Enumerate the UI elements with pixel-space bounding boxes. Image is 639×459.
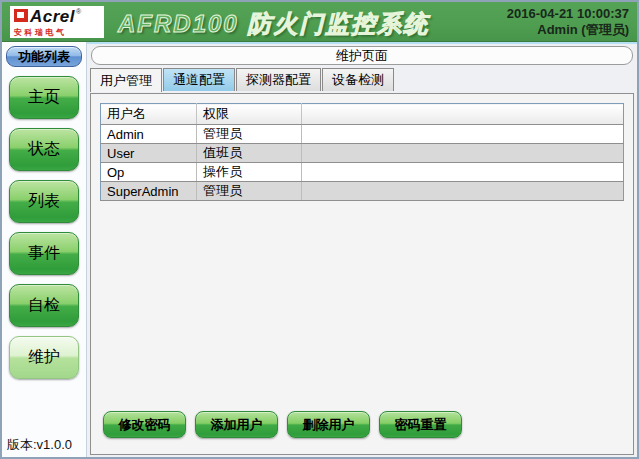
cell-empty	[302, 125, 624, 144]
cell-username: Admin	[101, 125, 197, 144]
sidebar-item-home[interactable]: 主页	[9, 76, 79, 119]
page-title: 维护页面	[91, 46, 633, 65]
logo-brand-text: Acrel	[30, 8, 75, 25]
sidebar: 功能列表 主页 状态 列表 事件 自检 维护 版本:v1.0.0	[2, 42, 87, 457]
tab-user-management[interactable]: 用户管理	[90, 68, 162, 92]
tab-detector-config[interactable]: 探测器配置	[236, 68, 321, 91]
table-row[interactable]: SuperAdmin 管理员	[101, 182, 624, 201]
acrel-logo: Acrel ® 安科瑞电气	[10, 6, 104, 38]
sidebar-item-events[interactable]: 事件	[9, 232, 79, 275]
main-area: 维护页面 用户管理 通道配置 探测器配置 设备检测 用户名 权限	[87, 42, 637, 457]
tab-bar: 用户管理 通道配置 探测器配置 设备检测	[90, 68, 637, 91]
sidebar-item-selfcheck[interactable]: 自检	[9, 284, 79, 327]
sidebar-item-list[interactable]: 列表	[9, 180, 79, 223]
table-row[interactable]: User 值班员	[101, 144, 624, 163]
action-button-row: 修改密码 添加用户 删除用户 密码重置	[103, 411, 462, 438]
app-header: Acrel ® 安科瑞电气 AFRD100 防火门监控系统 2016-04-21…	[2, 2, 637, 42]
cell-empty	[302, 163, 624, 182]
cell-empty	[302, 182, 624, 201]
registered-trademark-icon: ®	[76, 8, 81, 15]
tab-panel: 用户名 权限 Admin 管理员 User 值班员	[90, 93, 634, 455]
user-table: 用户名 权限 Admin 管理员 User 值班员	[100, 103, 624, 201]
tab-channel-config[interactable]: 通道配置	[163, 68, 235, 91]
reset-password-button[interactable]: 密码重置	[379, 411, 462, 438]
app-window: Acrel ® 安科瑞电气 AFRD100 防火门监控系统 2016-04-21…	[0, 0, 639, 459]
cell-role: 值班员	[197, 144, 302, 163]
cell-role: 管理员	[197, 182, 302, 201]
tab-device-detection[interactable]: 设备检测	[322, 68, 394, 91]
version-label: 版本:v1.0.0	[7, 436, 72, 454]
cell-username: Op	[101, 163, 197, 182]
table-row[interactable]: Admin 管理员	[101, 125, 624, 144]
cell-role: 管理员	[197, 125, 302, 144]
cell-username: SuperAdmin	[101, 182, 197, 201]
logo-subtitle: 安科瑞电气	[14, 27, 100, 38]
delete-user-button[interactable]: 删除用户	[287, 411, 370, 438]
cell-username: User	[101, 144, 197, 163]
datetime-label: 2016-04-21 10:00:37	[507, 6, 629, 22]
cell-role: 操作员	[197, 163, 302, 182]
col-header-role: 权限	[197, 104, 302, 125]
sidebar-item-maintenance[interactable]: 维护	[9, 336, 79, 379]
current-user-label: Admin (管理员)	[507, 22, 629, 38]
header-info: 2016-04-21 10:00:37 Admin (管理员)	[507, 6, 629, 38]
col-header-username: 用户名	[101, 104, 197, 125]
cell-empty	[302, 144, 624, 163]
add-user-button[interactable]: 添加用户	[195, 411, 278, 438]
sidebar-item-status[interactable]: 状态	[9, 128, 79, 171]
app-title: AFRD100 防火门监控系统	[118, 8, 429, 40]
table-row[interactable]: Op 操作员	[101, 163, 624, 182]
app-body: 功能列表 主页 状态 列表 事件 自检 维护 版本:v1.0.0 维护页面 用户…	[2, 42, 637, 457]
sidebar-header: 功能列表	[6, 46, 82, 67]
change-password-button[interactable]: 修改密码	[103, 411, 186, 438]
table-header-row: 用户名 权限	[101, 104, 624, 125]
acrel-logo-icon	[14, 9, 28, 22]
col-header-empty	[302, 104, 624, 125]
